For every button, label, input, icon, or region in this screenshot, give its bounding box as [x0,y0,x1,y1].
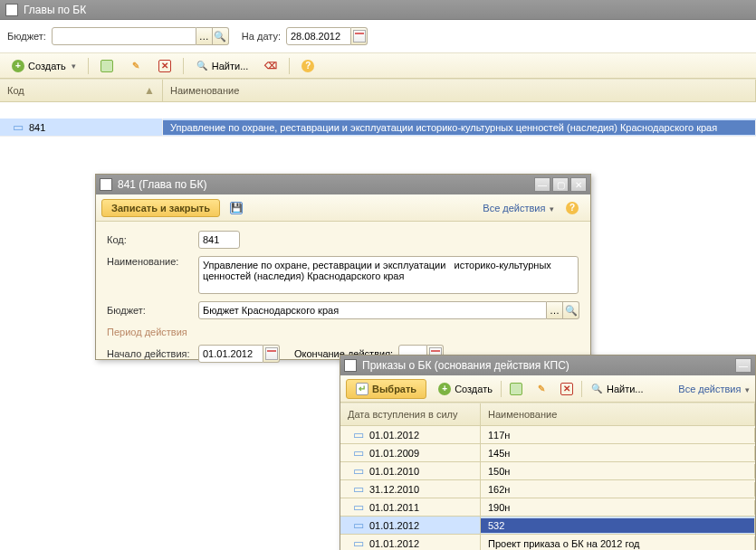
order-date-cell: ▭31.12.2010 [340,480,481,498]
magnify-icon: 🔍 [196,60,208,72]
select-button[interactable]: ↵ Выбрать [346,379,426,399]
budget-label: Бюджет: [7,31,46,42]
ellipsis-icon: … [550,306,560,316]
separator [183,58,184,74]
copy-icon [100,60,113,72]
order-name: 190н [481,500,755,515]
dialog-title: 841 (Глава по БК) [118,178,532,191]
save-button[interactable]: 💾 [224,199,249,217]
order-date-cell: ▭01.01.2012 [340,426,481,443]
order-name: Проект приказа о БК на 2012 год [481,536,755,551]
help-button[interactable]: ? [295,57,321,75]
sort-icon: ▲ [144,84,155,97]
ellipsis-icon: … [199,32,209,42]
orders-col-name[interactable]: Наименование [481,403,755,425]
create-button[interactable]: + Создать ▾ [5,57,82,75]
budget-dropdown-button[interactable]: … [196,27,213,45]
row-marker-icon: ▭ [348,428,369,441]
order-date-cell: ▭01.01.2011 [340,498,481,516]
orders-dialog: Приказы о БК (основания действия КПС) — … [340,355,756,550]
orders-find-button[interactable]: 🔍 Найти... [584,380,650,398]
dropdown-icon: ▾ [547,204,554,213]
budget-search-button[interactable]: 🔍 [213,27,229,45]
budget-combo: … 🔍 [52,27,229,45]
edit-button[interactable]: ✎ [123,57,148,75]
col-code-label: Код [7,85,24,96]
orders-create-button[interactable]: + Создать [432,380,499,398]
minimize-button[interactable]: — [735,358,751,373]
orders-toolbar: ↵ Выбрать + Создать ✎ ✕ 🔍 Найти... Все д… [340,375,755,403]
row-marker-icon: ▭ [348,464,369,478]
main-titlebar: Главы по БК [0,0,756,20]
col-name[interactable]: Наименование [163,80,756,101]
calendar-icon [265,347,278,360]
order-date-cell: ▭01.01.2012 [340,535,481,550]
budget-search-button[interactable]: 🔍 [563,301,579,319]
delete-icon: ✕ [560,383,573,395]
save-close-button[interactable]: Записать и закрыть [101,199,220,217]
copy-button[interactable] [94,57,120,75]
start-date-picker[interactable] [263,345,280,363]
order-name: 532 [481,518,755,533]
orders-col-date[interactable]: Дата вступления в силу [340,403,481,425]
order-date: 01.01.2009 [369,448,419,459]
row-name: Управление по охране, реставрации и эксп… [163,120,756,135]
table-row[interactable]: ▭ 841 Управление по охране, реставрации … [0,119,756,137]
table-row[interactable]: ▭01.01.2011190н [340,498,755,517]
orders-edit-button[interactable]: ✎ [529,380,554,398]
table-row[interactable]: ▭01.01.2012532 [340,517,755,535]
date-picker-button[interactable] [351,27,368,45]
date-combo [286,27,368,45]
table-row[interactable]: ▭31.12.2010162н [340,480,755,498]
separator [581,381,582,397]
plus-icon: + [438,383,451,395]
delete-button[interactable]: ✕ [152,57,177,75]
table-row[interactable]: ▭01.01.2010150н [340,462,755,480]
name-textarea[interactable] [198,256,579,294]
minimize-button[interactable]: — [534,177,550,192]
find-button[interactable]: 🔍 Найти... [189,57,255,75]
save-close-label: Записать и закрыть [111,203,210,213]
magnify-icon: 🔍 [565,306,578,316]
code-input[interactable] [198,231,240,249]
start-date-input[interactable] [198,345,263,363]
help-button[interactable]: ? [560,199,585,217]
orders-table-header: Дата вступления в силу Наименование [340,403,755,426]
main-table-header: Код ▲ Наименование [0,79,756,102]
check-icon: ↵ [356,383,368,395]
create-label: Создать [28,61,66,71]
order-name: 150н [481,464,755,479]
order-date: 01.01.2012 [369,430,419,441]
main-title: Главы по БК [24,4,86,16]
table-row[interactable]: ▭01.01.2012117н [340,426,755,444]
order-date-cell: ▭01.01.2012 [340,517,481,534]
document-icon [5,4,18,16]
date-input[interactable] [286,27,351,45]
filter-row: Бюджет: … 🔍 На дату: [0,20,756,53]
col-code[interactable]: Код ▲ [0,80,163,101]
help-icon: ? [566,202,579,214]
dialog-budget-input[interactable] [198,301,547,319]
clear-search-button[interactable]: ⌫ [258,57,283,75]
order-date-cell: ▭01.01.2010 [340,462,481,479]
table-row[interactable]: ▭01.01.2012Проект приказа о БК на 2012 г… [340,535,755,550]
order-name: 162н [481,482,755,497]
orders-copy-button[interactable] [503,380,529,398]
close-button[interactable]: ✕ [570,177,587,192]
all-actions-link[interactable]: Все действия ▾ [483,203,554,213]
delete-icon: ✕ [158,60,171,72]
dialog-toolbar: Записать и закрыть 💾 Все действия ▾ ? [96,194,590,222]
orders-all-actions[interactable]: Все действия ▾ [678,384,750,394]
pencil-icon: ✎ [129,60,142,72]
magnify-icon: 🔍 [214,32,226,42]
date-label: На дату: [242,31,281,42]
maximize-button[interactable]: ▢ [552,177,569,192]
table-row[interactable]: ▭01.01.2009145н [340,444,755,462]
orders-delete-button[interactable]: ✕ [554,380,579,398]
plus-icon: + [12,60,24,72]
budget-input[interactable] [52,27,196,45]
dialog-titlebar: 841 (Глава по БК) — ▢ ✕ [96,175,590,194]
budget-dropdown-button[interactable]: … [547,301,563,319]
magnify-icon: 🔍 [590,383,603,395]
orders-find-label: Найти... [607,384,644,394]
